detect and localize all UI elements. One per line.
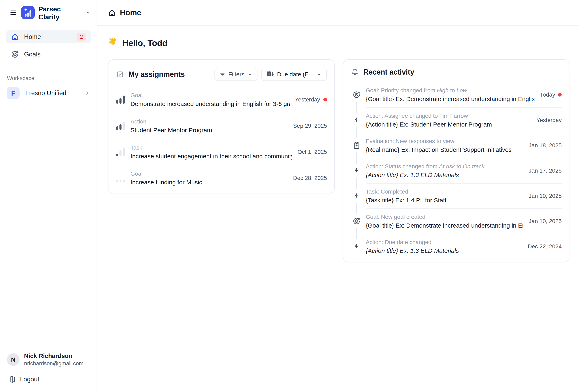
greeting: Hello, Todd	[108, 37, 568, 49]
filters-button[interactable]: Filters	[215, 68, 258, 81]
assignment-due-date: Sep 29, 2025	[293, 123, 327, 129]
chevron-right-icon	[84, 90, 90, 96]
assignment-type: Action	[131, 118, 288, 125]
bars-progress-icon	[116, 96, 125, 104]
sidebar-item-goals[interactable]: Goals	[6, 48, 91, 61]
activity-row[interactable]: Action: Due date changed {Action title} …	[352, 234, 562, 259]
sidebar-item-label: Goals	[24, 51, 41, 58]
assignments-actions: Filters	[215, 68, 327, 81]
activity-label: Action: Status changed from At risk to O…	[366, 163, 523, 170]
activity-date: Today	[540, 91, 555, 98]
activity-label: Goal: New goal created	[366, 214, 523, 220]
sort-due-date-button[interactable]: Due date (E...	[261, 68, 327, 81]
sidebar-header: Parsec Clarity	[0, 0, 97, 26]
sidebar: Parsec Clarity Home 2 Goals Works	[0, 0, 97, 392]
activity-label: Task: Completed	[366, 189, 523, 195]
sidebar-item-home[interactable]: Home 2	[6, 30, 91, 43]
activity-title: {Real name} Ex: Impact on Student Suppor…	[366, 146, 523, 153]
assignment-type: Goal	[131, 171, 288, 177]
sidebar-nav: Home 2 Goals	[0, 26, 97, 61]
calendar-sort-icon	[266, 70, 274, 79]
assignments-card-title: My assignments	[129, 70, 185, 79]
logout-button[interactable]: Logout	[6, 376, 39, 383]
chevron-down-icon	[316, 72, 322, 77]
zap-icon	[352, 183, 361, 208]
waving-hand-icon	[108, 37, 118, 49]
activity-title: {Action title} Ex: 1.3 ELD Materials	[366, 247, 522, 254]
activity-date: Jan 10, 2025	[529, 218, 562, 225]
activity-title: {Action title} Ex: Student Peer Mentor P…	[366, 121, 531, 128]
home-notification-badge: 2	[77, 33, 86, 41]
chevron-down-icon	[247, 72, 253, 77]
brand-logo-icon	[21, 6, 35, 20]
assignment-title: Increase student engagement in their sch…	[131, 153, 292, 160]
activity-date: Jan 18, 2025	[529, 142, 562, 149]
activity-row[interactable]: Evaluation: New responses to view {Real …	[352, 133, 562, 158]
evaluation-icon	[352, 133, 361, 158]
dashboard-cards: My assignments Filters	[108, 59, 568, 262]
goal-icon	[11, 51, 19, 58]
brand-name: Parsec Clarity	[38, 5, 81, 21]
activity-label: Goal: Priority changed from High to Low	[366, 87, 535, 94]
user-profile[interactable]: N Nick Richardson nrichardson@gmail.com	[6, 352, 91, 367]
activity-title: {Goal title} Ex: Demonstrate increased u…	[366, 96, 535, 102]
activity-date: Dec 22, 2024	[528, 243, 562, 250]
bars-progress-icon	[116, 122, 125, 130]
assignment-due-date: Oct 1, 2025	[297, 149, 327, 155]
unread-dot	[323, 98, 327, 101]
assignment-due-date: Yesterday	[295, 96, 320, 103]
activity-title: {Task title} Ex: 1.4 PL for Staff	[366, 197, 523, 204]
page-content: Hello, Todd My assignments	[97, 26, 579, 262]
activity-list: Goal: Priority changed from High to Low …	[343, 81, 569, 262]
assignment-type: Goal	[131, 92, 290, 99]
sidebar-item-label: Home	[24, 33, 41, 41]
dots-progress-icon	[116, 174, 125, 182]
page-title: Home	[120, 8, 141, 17]
zap-icon	[352, 234, 361, 259]
chevron-down-icon	[85, 10, 91, 16]
assignment-title: Student Peer Mentor Program	[131, 127, 288, 134]
sort-button-label: Due date (E...	[277, 71, 314, 78]
activity-title: {Action title} Ex: 1.3 ELD Materials	[366, 172, 523, 179]
zap-icon	[352, 107, 361, 133]
activity-row[interactable]: Action: Assignee changed to Tim Farrow {…	[352, 107, 562, 133]
assignment-row[interactable]: Task Increase student engagement in thei…	[113, 139, 330, 165]
activity-title: {Goal title} Ex: Demonstrate increased u…	[366, 222, 523, 229]
greeting-text: Hello, Todd	[122, 38, 167, 48]
home-icon	[11, 33, 19, 41]
assignment-row[interactable]: Goal Demonstrate increased understanding…	[113, 87, 330, 113]
brand-switcher[interactable]: Parsec Clarity	[21, 5, 91, 21]
avatar: N	[7, 353, 20, 366]
activity-date: Jan 10, 2025	[529, 193, 562, 199]
workspace-section-label: Workspace	[0, 75, 97, 81]
app-root: Parsec Clarity Home 2 Goals Works	[0, 0, 579, 392]
zap-icon	[352, 158, 361, 183]
activity-card-title: Recent activity	[363, 68, 414, 76]
activity-label: Action: Assignee changed to Tim Farrow	[366, 113, 531, 119]
sidebar-footer: N Nick Richardson nrichardson@gmail.com …	[0, 347, 97, 392]
activity-row[interactable]: Goal: Priority changed from High to Low …	[352, 82, 562, 107]
hamburger-menu-button[interactable]	[10, 9, 17, 17]
checkbox-icon	[116, 70, 124, 78]
assignments-list: Goal Demonstrate increased understanding…	[108, 86, 334, 193]
activity-row[interactable]: Action: Status changed from At risk to O…	[352, 158, 562, 183]
page-header: Home	[97, 0, 579, 26]
workspace-name: Fresno Unified	[25, 89, 67, 97]
logout-label: Logout	[20, 376, 39, 383]
activity-row[interactable]: Task: Completed {Task title} Ex: 1.4 PL …	[352, 183, 562, 208]
workspace-item-fresno-unified[interactable]: F Fresno Unified	[3, 84, 94, 102]
hamburger-icon	[10, 9, 17, 17]
assignment-type: Task	[131, 144, 292, 151]
activity-label: Evaluation: New responses to view	[366, 138, 523, 144]
activity-label: Action: Due date changed	[366, 239, 522, 246]
filter-icon	[219, 71, 225, 77]
user-name: Nick Richardson	[24, 352, 84, 359]
activity-row[interactable]: Goal: New goal created {Goal title} Ex: …	[352, 208, 562, 234]
assignment-row[interactable]: Action Student Peer Mentor Program Sep 2…	[113, 113, 330, 139]
user-email: nrichardson@gmail.com	[24, 360, 84, 367]
assignment-row[interactable]: Goal Increase funding for Music Dec 28, …	[113, 165, 330, 191]
assignments-card-header: My assignments Filters	[108, 60, 334, 86]
activity-date: Yesterday	[537, 117, 562, 124]
unread-dot	[558, 93, 562, 97]
home-icon	[108, 9, 116, 17]
